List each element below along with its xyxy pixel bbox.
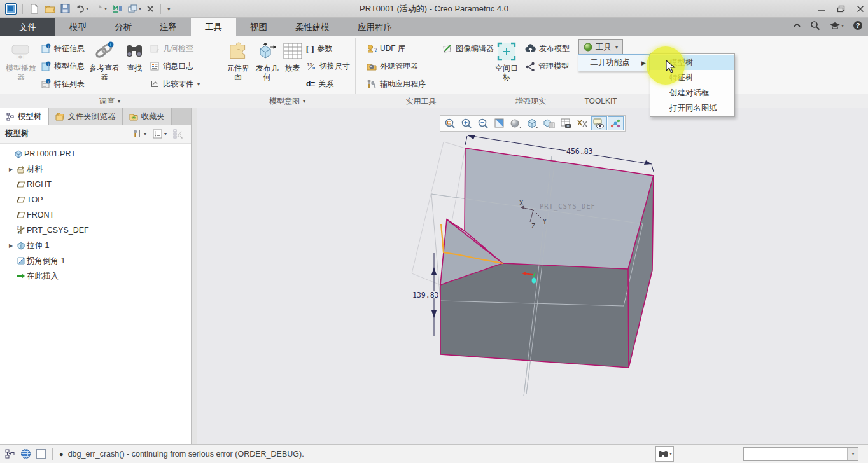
tab-file[interactable]: 文件 <box>0 18 55 36</box>
zoom-in-button[interactable] <box>458 116 474 130</box>
component-interface-button[interactable]: 元件界面 <box>223 38 253 92</box>
view-manager-button[interactable] <box>558 116 574 130</box>
toggle-navigator-button[interactable] <box>3 447 18 461</box>
tab-applications[interactable]: 应用程序 <box>344 18 406 36</box>
learning-center-button[interactable]: ▾ <box>829 21 844 30</box>
svg-text:?: ? <box>856 22 860 29</box>
close-button[interactable] <box>857 5 864 13</box>
spatial-target-button[interactable]: 空间目标 <box>493 38 520 92</box>
status-find-caret-icon: ▾ <box>669 451 672 457</box>
regenerate-button[interactable] <box>111 3 123 15</box>
search-button[interactable] <box>810 20 820 31</box>
reference-viewer-button[interactable]: i 参考查看器 <box>87 38 122 92</box>
restore-button[interactable] <box>837 5 845 13</box>
tree-item-part[interactable]: PRT0001.PRT <box>0 146 191 162</box>
submenu-item-create-dialog[interactable]: 创建对话框 <box>650 85 734 100</box>
find-button[interactable]: 查找 <box>122 38 147 92</box>
status-find-button[interactable]: ▾ <box>655 446 674 462</box>
family-table-button[interactable]: 族表 <box>282 38 304 92</box>
udf-library-button[interactable]: ? UDF 库 <box>364 39 428 57</box>
expand-arrow-icon[interactable]: ▶ <box>6 167 15 172</box>
publish-geometry-icon <box>256 40 278 62</box>
tree-filter-button[interactable] <box>170 127 186 141</box>
dimension-height[interactable]: 139.83 <box>412 253 439 336</box>
switch-dimensions-button[interactable]: 15 切换尺寸 <box>304 57 353 75</box>
message-log-button[interactable]: 消息日志 <box>147 57 202 75</box>
toolkit-tools-caret-icon: ▾ <box>615 45 618 50</box>
close-window-button[interactable] <box>146 3 155 15</box>
auxiliary-applications-button[interactable]: 辅助应用程序 <box>364 75 428 93</box>
feature-list-button[interactable]: i 特征列表 <box>38 75 87 93</box>
manage-models-button[interactable]: 管理模型 <box>522 57 572 75</box>
shading-style-button[interactable] <box>508 116 524 130</box>
submenu-item-open-same-name-drawing[interactable]: 打开同名图纸 <box>650 100 734 116</box>
publish-geometry-button[interactable]: 发布几何 <box>253 38 282 92</box>
tree-item-front-plane[interactable]: FRONT <box>0 207 191 223</box>
mouse-cursor <box>666 60 677 75</box>
navigator-tab-favorites[interactable]: ✳ 收藏夹 <box>123 108 172 125</box>
tree-item-csys[interactable]: xyz PRT_CSYS_DEF <box>0 223 191 238</box>
publish-model-button[interactable]: 发布模型 <box>522 39 572 57</box>
tree-item-insert-here[interactable]: 在此插入 <box>0 268 191 284</box>
menu-item-secondary-dev[interactable]: 二开功能点 <box>578 57 641 68</box>
sketch-region-button[interactable] <box>33 447 48 461</box>
geometry-check-button[interactable]: 几何检查 <box>147 39 202 57</box>
windows-button[interactable]: ▾ <box>127 3 142 15</box>
tree-tools-button[interactable]: ▾ <box>129 127 150 141</box>
annotation-display-button[interactable] <box>591 116 607 130</box>
compare-parts-button[interactable]: 比较零件 ▾ <box>147 75 202 93</box>
model-player-button[interactable]: |◀▶| 模型播放器 <box>4 38 38 92</box>
tab-flexible-modeling[interactable]: 柔性建模 <box>281 18 344 36</box>
web-browser-button[interactable] <box>18 447 33 461</box>
feature-info-button[interactable]: i 特征信息 <box>38 39 87 57</box>
csys-label: PRT_CSYS_DEF <box>540 202 596 211</box>
toolkit-tools-button[interactable]: 工具 ▾ <box>578 39 623 55</box>
tab-view[interactable]: 视图 <box>236 18 281 36</box>
tree-item-material[interactable]: ▶ 材料 <box>0 162 191 177</box>
group-label-investigate[interactable]: 调查▾ <box>0 94 220 108</box>
appearance-manager-button[interactable]: 外观管理器 <box>364 57 428 75</box>
app-icon[interactable] <box>5 3 17 15</box>
saved-orientations-button[interactable] <box>542 116 557 130</box>
navigator-tab-folder-browser[interactable]: 文件夹浏览器 <box>49 108 123 125</box>
refit-button[interactable] <box>442 116 458 130</box>
undo-button[interactable]: ▾ <box>74 3 89 15</box>
collapse-ribbon-button[interactable] <box>793 22 801 29</box>
combobox-caret-icon[interactable]: ▾ <box>847 448 858 460</box>
geometry-check-icon <box>150 43 160 53</box>
graphics-viewport[interactable]: 456.83 139.83 X Y Z PRT_CSYS_DEF <box>197 108 868 444</box>
datum-display-filters-button[interactable] <box>575 116 591 130</box>
customize-qat-caret-icon[interactable]: ▾ <box>167 6 171 12</box>
group-label-toolkit: TOOLKIT <box>575 94 627 108</box>
expand-arrow-icon[interactable]: ▶ <box>6 243 15 249</box>
spin-center-button[interactable] <box>608 116 624 130</box>
tab-analysis[interactable]: 分析 <box>101 18 146 36</box>
navigator-tabs: 模型树 文件夹浏览器 ✳ 收藏夹 <box>0 108 191 125</box>
open-file-button[interactable] <box>44 3 56 15</box>
insert-here-icon <box>15 272 27 280</box>
tab-annotate[interactable]: 注释 <box>146 18 191 36</box>
panel-splitter[interactable] <box>191 108 197 444</box>
redo-button[interactable]: ▾ <box>93 3 108 15</box>
parameters-button[interactable]: [ ] 参数 <box>304 39 353 57</box>
status-combobox[interactable]: ▾ <box>743 447 858 461</box>
tree-item-right-plane[interactable]: RIGHT <box>0 177 191 192</box>
model-info-button[interactable]: i 模型信息 <box>38 57 87 75</box>
tab-tools[interactable]: 工具 <box>191 18 236 36</box>
tree-item-extrude[interactable]: ▶ 拉伸 1 <box>0 238 191 253</box>
zoom-out-button[interactable] <box>475 116 491 130</box>
repaint-button[interactable] <box>491 116 507 130</box>
group-label-model-intent[interactable]: 模型意图▾ <box>220 94 355 108</box>
navigator-tab-model-tree[interactable]: 模型树 <box>0 108 49 125</box>
save-button[interactable] <box>60 3 71 15</box>
tree-settings-button[interactable]: ▾ <box>150 127 170 141</box>
help-button[interactable]: ? <box>853 20 863 31</box>
new-file-button[interactable] <box>29 3 40 15</box>
tree-item-corner-chamfer[interactable]: 拐角倒角 1 <box>0 253 191 268</box>
minimize-button[interactable] <box>818 5 825 13</box>
display-style-button[interactable] <box>524 116 540 130</box>
find-binoculars-icon <box>657 449 669 459</box>
tree-item-top-plane[interactable]: TOP <box>0 192 191 207</box>
relations-button[interactable]: d= 关系 <box>304 75 353 93</box>
tab-model[interactable]: 模型 <box>55 18 101 36</box>
